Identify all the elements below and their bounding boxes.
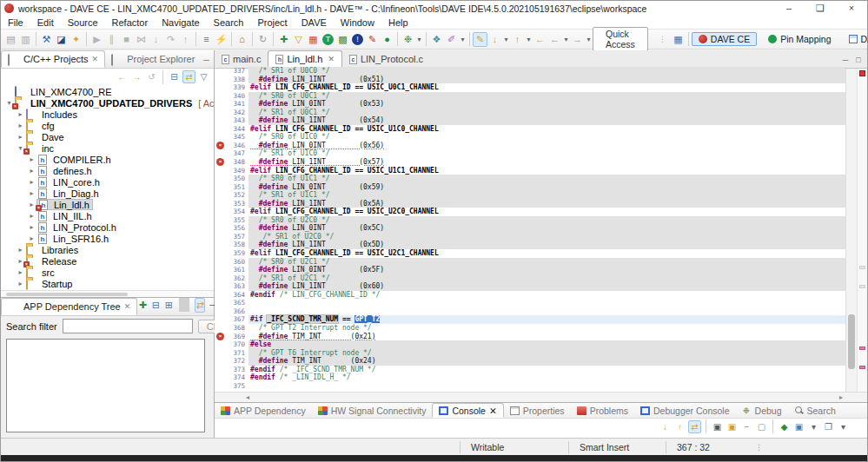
line-number[interactable]: 370: [226, 340, 248, 349]
collapsed-arrow-icon[interactable]: ▸: [27, 167, 36, 175]
code-line[interactable]: ×348 #define LIN_1INT (0x57): [215, 158, 845, 167]
code-text[interactable]: [248, 307, 845, 316]
annotation-ruler[interactable]: [215, 125, 226, 134]
back-icon[interactable]: ←: [547, 32, 562, 47]
add-app-icon[interactable]: ✚: [137, 298, 148, 313]
code-line[interactable]: 360 /* SR0 of U2C1 */: [215, 258, 845, 267]
line-number[interactable]: 351: [226, 183, 248, 192]
collapsed-arrow-icon[interactable]: ▸: [27, 189, 36, 197]
debug-build-icon[interactable]: ◪: [54, 32, 69, 47]
code-line[interactable]: 344#elif LIN_CFG_CHANNEL_ID == USIC_U1C0…: [215, 125, 845, 134]
tree-item-lin-xmc4700-re[interactable]: LIN_XMC4700_RE: [1, 86, 214, 97]
code-line[interactable]: 341 #define LIN_0INT (0x53): [215, 100, 845, 109]
tab-search[interactable]: Search: [788, 403, 842, 418]
open-console-icon[interactable]: ❐: [822, 420, 835, 433]
terminate-icon[interactable]: ■: [119, 32, 134, 47]
line-number[interactable]: 368: [226, 324, 248, 333]
menu-file[interactable]: File: [1, 16, 30, 30]
code-line[interactable]: 359#elif LIN_CFG_CHANNEL_ID == USIC_U2C1…: [215, 249, 845, 258]
code-line[interactable]: 372 #define TIM_INT (0x24): [215, 357, 845, 366]
code-line[interactable]: 354#elif LIN_CFG_CHANNEL_ID == USIC_U2C0…: [215, 208, 845, 216]
line-number[interactable]: 361: [226, 266, 248, 274]
annotation-ruler[interactable]: [215, 76, 226, 84]
debug-dropdown[interactable]: ▾: [415, 32, 423, 47]
code-text[interactable]: /* GPT T6 Interrupt node */: [248, 349, 845, 358]
tree-item-startup[interactable]: ▸Startup: [1, 278, 214, 289]
show-console-on-output-icon[interactable]: ▣: [726, 420, 739, 433]
line-number[interactable]: 340: [226, 92, 248, 101]
code-text[interactable]: #elif LIN_CFG_CHANNEL_ID == USIC_U2C0_CH…: [248, 208, 845, 216]
line-number[interactable]: 352: [226, 191, 248, 200]
annotation-ruler[interactable]: [215, 208, 226, 216]
annotation-ruler[interactable]: [215, 249, 226, 258]
line-number[interactable]: 358: [226, 241, 248, 249]
menu-dave[interactable]: DAVE: [295, 16, 334, 30]
tab-problems[interactable]: Problems: [571, 403, 634, 418]
annotation-ruler[interactable]: [215, 349, 226, 358]
error-annotation[interactable]: ×: [215, 333, 226, 341]
collapsed-arrow-icon[interactable]: ▸: [27, 223, 36, 231]
code-text[interactable]: #define LIN_1INT (0x5D): [248, 241, 845, 249]
debug-bug-icon[interactable]: ❉: [401, 32, 415, 47]
code-text[interactable]: #define LIN_1INT (0x57): [248, 158, 845, 167]
perspective-dave-ce[interactable]: DAVE CE: [692, 32, 757, 46]
code-line[interactable]: ×369 #define TIM_INT (0x21): [215, 333, 845, 341]
collapse-all-icon[interactable]: ⊟: [150, 298, 161, 313]
tree-item-lin-protocol-h[interactable]: ▸hLIN_Protocol.h: [1, 221, 214, 233]
tab-app-dependency-tree[interactable]: APP Dependency Tree ✕: [1, 298, 137, 315]
annotation-ruler[interactable]: [215, 315, 226, 324]
code-text[interactable]: /* SR0 of U2C1 */: [248, 258, 845, 267]
code-text[interactable]: /* SR0 of U0C1 */: [248, 92, 845, 101]
forward-dropdown[interactable]: ▾: [585, 32, 593, 47]
annotation-ruler[interactable]: [215, 291, 226, 300]
annotation-ruler[interactable]: [215, 100, 226, 109]
code-text[interactable]: #if _IFC_SCND_TMR_NUM == GPT_T2: [248, 315, 845, 324]
tree-item-lin-core-h[interactable]: ▸hLIN_core.h: [1, 176, 214, 188]
previous-console-icon[interactable]: ↑: [673, 420, 686, 433]
code-line[interactable]: 368 /* GPT T2 Interrupt node */: [215, 324, 845, 333]
code-text[interactable]: #define LIN_0INT (0x5C): [248, 224, 845, 233]
annotation-ruler[interactable]: [215, 191, 226, 200]
new-project-icon[interactable]: ⌂: [235, 32, 249, 47]
annotation-ruler[interactable]: [215, 224, 226, 233]
step-into-icon[interactable]: ↓: [149, 32, 163, 47]
code-text[interactable]: /* SR0 of U1C1 */: [248, 175, 845, 183]
editor-tab-main-c[interactable]: cmain.c: [215, 50, 268, 68]
display-console-dropdown[interactable]: ▾: [807, 420, 820, 433]
tree-horizontal-scrollbar[interactable]: [1, 290, 214, 297]
code-text[interactable]: #define LIN_0INT (0x5F): [248, 266, 845, 274]
link-with-editor-icon[interactable]: ⇄: [182, 70, 195, 83]
code-text[interactable]: #elif LIN_CFG_CHANNEL_ID == USIC_U2C1_CH…: [248, 249, 845, 258]
annotation-ruler[interactable]: [215, 366, 226, 374]
line-number[interactable]: 356: [226, 224, 248, 233]
flash-device-icon[interactable]: ⚡: [214, 32, 229, 47]
code-line[interactable]: ×346 #define LIN_0INT (0x56): [215, 142, 845, 150]
next-console-icon[interactable]: ↓: [659, 420, 672, 433]
code-line[interactable]: 342 /* SR1 of U0C1 */: [215, 109, 845, 117]
line-number[interactable]: 369: [226, 333, 248, 341]
registers-icon[interactable]: ≡: [199, 32, 214, 47]
line-number[interactable]: 347: [226, 149, 248, 158]
code-text[interactable]: /* SR1 of U2C1 */: [248, 274, 845, 283]
tree-item-defines-h[interactable]: ▸hdefines.h: [1, 165, 214, 176]
menu-edit[interactable]: Edit: [30, 16, 61, 30]
code-line[interactable]: 374#endif /* _LIN_IDL_H_ */: [215, 373, 845, 382]
code-text[interactable]: /* GPT T2 Interrupt node */: [248, 324, 845, 333]
annotation-ruler[interactable]: [215, 175, 226, 183]
tree-item-cfg[interactable]: ▸cfg: [1, 120, 214, 131]
code-line[interactable]: 350 /* SR0 of U1C1 */: [215, 175, 845, 183]
collapsed-arrow-icon[interactable]: ▸: [16, 133, 25, 141]
annotation-ruler[interactable]: [215, 299, 226, 307]
tab-debugger-console[interactable]: Debugger Console: [634, 403, 736, 418]
refresh-icon[interactable]: ↺: [145, 70, 158, 83]
quick-access-button[interactable]: Quick Access: [593, 27, 648, 51]
code-text[interactable]: #define LIN_1INT (0x51): [248, 76, 845, 84]
code-line[interactable]: 347 /* SR1 of U1C0 */: [215, 149, 845, 158]
menu-navigate[interactable]: Navigate: [155, 16, 206, 30]
occurrence-marker[interactable]: [859, 266, 865, 269]
line-number[interactable]: 354: [226, 208, 248, 216]
code-text[interactable]: #define LIN_1INT (0x5A): [248, 200, 845, 208]
restore-button[interactable]: ❏: [805, 1, 836, 16]
line-number[interactable]: 337: [226, 67, 248, 76]
code-line[interactable]: 340 /* SR0 of U0C1 */: [215, 92, 845, 101]
